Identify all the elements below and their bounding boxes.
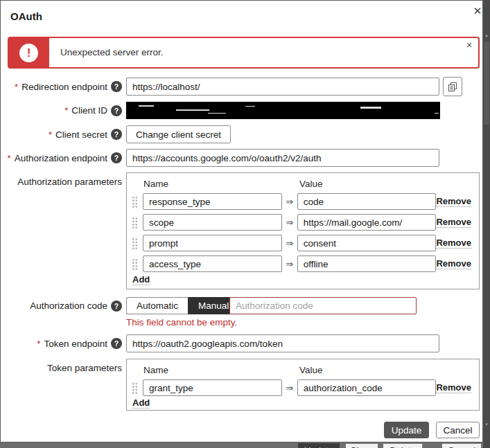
authorization-code-input[interactable] — [229, 297, 417, 314]
change-client-secret-button[interactable]: Change client secret — [126, 125, 231, 143]
arrow-right-icon: ⇒ — [282, 383, 297, 393]
arrow-right-icon: ⇒ — [282, 217, 297, 228]
add-link[interactable]: Add — [132, 274, 150, 285]
screen: OAuth ✕ ! Unexpected server error. ✕ * R… — [0, 0, 490, 448]
authorization-endpoint-input[interactable] — [126, 149, 439, 167]
help-icon[interactable]: ? — [111, 105, 122, 116]
add-link[interactable]: Add — [132, 397, 150, 409]
name-column-header: Name — [143, 365, 168, 375]
redirection-endpoint-input[interactable] — [126, 78, 439, 96]
client-id-label: * Client ID ? — [1, 102, 122, 119]
param-name-input[interactable] — [143, 256, 282, 272]
client-id-redacted-value[interactable] — [126, 102, 440, 119]
authorization-code-mode-toggle: Automatic Manual — [126, 297, 239, 314]
drag-handle-icon[interactable] — [132, 217, 138, 229]
error-badge: ! — [8, 37, 49, 68]
remove-link[interactable]: Remove — [436, 196, 471, 207]
oauth-dialog: OAuth ✕ ! Unexpected server error. ✕ * R… — [0, 0, 483, 442]
param-value-input[interactable] — [297, 193, 437, 210]
token-endpoint-input[interactable] — [126, 334, 439, 352]
scrollbar[interactable]: ▲ ▼ — [483, 0, 490, 448]
param-name-input[interactable] — [143, 235, 282, 251]
scroll-up-icon[interactable]: ▲ — [483, 33, 490, 37]
remove-link[interactable]: Remove — [436, 217, 471, 228]
required-marker: * — [64, 105, 68, 116]
param-value-input[interactable] — [297, 214, 437, 231]
help-icon[interactable]: ? — [111, 129, 122, 140]
help-icon[interactable]: ? — [111, 152, 122, 163]
scroll-down-icon[interactable]: ▼ — [483, 422, 490, 427]
field-error-text: This field cannot be empty. — [126, 317, 237, 328]
close-icon[interactable]: ✕ — [471, 4, 483, 18]
help-icon[interactable]: ? — [111, 81, 122, 92]
token-parameters-panel: Name Value ⇒ Remove Add — [126, 359, 480, 411]
authorization-parameters-panel: Name Value ⇒ Remove ⇒ Re — [126, 172, 480, 289]
arrow-right-icon: ⇒ — [282, 197, 297, 207]
automatic-toggle-button[interactable]: Automatic — [126, 297, 188, 314]
name-column-header: Name — [143, 179, 168, 189]
background-clone-button: Clone — [345, 443, 378, 448]
token-endpoint-label: * Token endpoint ? — [1, 334, 122, 352]
drag-handle-icon[interactable] — [132, 258, 138, 270]
drag-handle-icon[interactable] — [132, 196, 138, 208]
update-button[interactable]: Update — [384, 422, 429, 438]
help-icon[interactable]: ? — [111, 301, 122, 312]
value-column-header: Value — [299, 365, 323, 375]
required-marker: * — [37, 339, 40, 349]
authorization-code-label: Authorization code ? — [1, 297, 122, 314]
param-value-input[interactable] — [297, 256, 437, 272]
param-name-input[interactable] — [143, 193, 282, 210]
cancel-button[interactable]: Cancel — [436, 422, 480, 438]
exclamation-icon: ! — [19, 44, 38, 62]
param-name-input[interactable] — [143, 379, 282, 396]
help-icon[interactable]: ? — [111, 338, 122, 349]
background-delete-button: Delete — [383, 443, 423, 448]
drag-handle-icon[interactable] — [132, 382, 138, 394]
error-banner: ! Unexpected server error. ✕ — [8, 37, 480, 69]
required-marker: * — [8, 153, 11, 163]
value-column-header: Value — [299, 179, 323, 189]
required-marker: * — [15, 82, 18, 92]
arrow-right-icon: ⇒ — [282, 238, 297, 249]
remove-link[interactable]: Remove — [436, 238, 471, 249]
background-dimmed-area: Update Clone Delete Cancel — [0, 443, 483, 448]
authorization-endpoint-label: * Authorization endpoint ? — [1, 149, 122, 167]
remove-link[interactable]: Remove — [436, 258, 471, 269]
parameter-row: ⇒ Remove — [132, 379, 474, 396]
arrow-right-icon: ⇒ — [282, 259, 297, 269]
dialog-title: OAuth — [10, 10, 42, 22]
required-marker: * — [49, 129, 52, 140]
error-message: Unexpected server error. — [60, 38, 164, 67]
param-name-input[interactable] — [143, 214, 282, 231]
param-value-input[interactable] — [297, 235, 437, 251]
copy-button[interactable] — [443, 77, 462, 96]
drag-handle-icon[interactable] — [132, 238, 138, 249]
banner-close-icon[interactable]: ✕ — [464, 39, 475, 51]
remove-link[interactable]: Remove — [436, 382, 471, 393]
parameter-row: ⇒ Remove — [132, 256, 474, 272]
redirection-endpoint-label: * Redirection endpoint ? — [1, 78, 122, 96]
client-secret-label: * Client secret ? — [1, 125, 122, 143]
background-cancel-button: Cancel — [441, 443, 482, 448]
parameter-row: ⇒ Remove — [132, 214, 474, 231]
parameter-row: ⇒ Remove — [132, 193, 474, 210]
param-value-input[interactable] — [297, 379, 437, 396]
copy-icon — [448, 82, 457, 91]
parameter-row: ⇒ Remove — [132, 235, 474, 251]
background-update-button: Update — [298, 443, 340, 448]
scrollbar-thumb[interactable] — [484, 42, 489, 125]
token-parameters-label: Token parameters — [1, 359, 122, 377]
authorization-parameters-label: Authorization parameters — [1, 172, 122, 190]
